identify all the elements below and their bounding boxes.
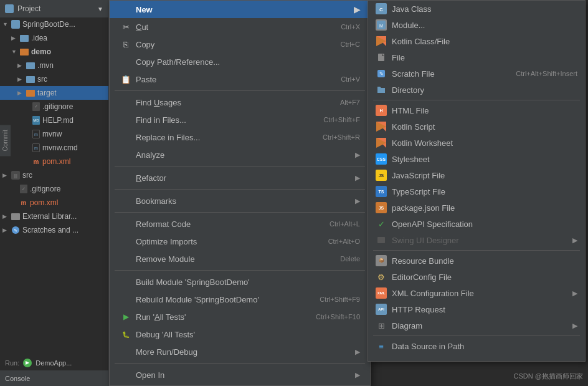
menu-item-find-usages[interactable]: Find Usages Alt+F7 <box>110 94 370 111</box>
sidebar-title: Project <box>17 4 40 13</box>
right-item-module[interactable]: M Module... <box>368 17 585 33</box>
tree-item-src2[interactable]: ▶ ||| src <box>0 168 108 182</box>
java-class-icon: C <box>376 3 387 14</box>
arrow-demo: ▼ <box>11 49 17 55</box>
folder-icon-idea <box>20 35 29 42</box>
xml-config-icon: XML <box>376 287 387 299</box>
right-item-ts-file[interactable]: TS TypeScript File <box>368 183 585 200</box>
refactor-label: Refactor <box>136 173 166 183</box>
menu-item-cut[interactable]: ✂ Cut Ctrl+X <box>110 18 370 36</box>
right-item-scratch-file[interactable]: ✎ Scratch File Ctrl+Alt+Shift+Insert <box>368 65 585 82</box>
tree-item-springbootdemo[interactable]: ▼ SpringBootDe... <box>0 17 108 31</box>
tree-item-target[interactable]: ▶ target <box>0 86 108 100</box>
tree-item-scratches[interactable]: ▶ ✎ Scratches and ... <box>0 223 108 237</box>
right-item-xml-config[interactable]: XML XML Configuration File ▶ <box>368 285 585 301</box>
kotlin-class-label: Kotlin Class/File <box>392 37 450 46</box>
menu-item-optimize[interactable]: Optimize Imports Ctrl+Alt+O <box>110 233 370 250</box>
editorconfig-label: EditorConfig File <box>392 273 452 282</box>
menu-item-paste[interactable]: 📋 Paste Ctrl+V <box>110 70 370 88</box>
js-file-label: JavaScript File <box>392 171 445 180</box>
remove-module-shortcut: Delete <box>340 255 360 263</box>
menu-item-remove-module[interactable]: Remove Module Delete <box>110 250 370 268</box>
tree-label-src2: src <box>22 171 32 180</box>
file-label: File <box>392 53 405 62</box>
run-tests-icon: ▶ <box>120 312 132 321</box>
menu-item-rebuild-module[interactable]: Rebuild Module 'SpringBootDemo' Ctrl+Shi… <box>110 291 370 308</box>
right-item-html[interactable]: H HTML File <box>368 102 585 118</box>
run-bar: Run: ▶ DemoApp... <box>0 355 108 370</box>
file-icon-gitignore2: ✓ <box>20 185 27 193</box>
tree-item-demo[interactable]: ▼ demo <box>0 45 108 59</box>
tree-item-src[interactable]: ▶ src <box>0 72 108 86</box>
run-icon: ▶ <box>23 359 32 367</box>
kotlin-script-label: Kotlin Script <box>392 122 435 132</box>
right-item-openapi[interactable]: ✓ OpenAPI Specification <box>368 216 585 232</box>
find-usages-shortcut: Alt+F7 <box>340 99 360 106</box>
tree-item-mvn[interactable]: ▶ .mvn <box>0 59 108 72</box>
tree-item-gitignore2[interactable]: ▶ ✓ .gitignore <box>0 182 108 196</box>
tree-item-helpmd[interactable]: ▶ MD HELP.md <box>0 113 108 127</box>
debug-tests-label: Debug 'All Tests' <box>136 330 195 339</box>
right-item-swing[interactable]: Swing UI Designer ▶ <box>368 232 585 248</box>
kotlin-class-icon <box>376 36 387 47</box>
file-icon-mvnw: m <box>32 130 40 138</box>
right-item-file[interactable]: File <box>368 49 585 65</box>
menu-item-replace-files[interactable]: Replace in Files... Ctrl+Shift+R <box>110 128 370 146</box>
left-vertical-tab-commit[interactable]: Commit <box>0 125 11 156</box>
right-item-kotlin-script[interactable]: Kotlin Script <box>368 118 585 135</box>
menu-item-copy-path[interactable]: Copy Path/Reference... <box>110 53 370 70</box>
commit-tab-label[interactable]: Commit <box>0 125 11 156</box>
svg-text:✎: ✎ <box>14 228 17 233</box>
menu-item-run-tests[interactable]: ▶ Run 'All Tests' Ctrl+Shift+F10 <box>110 308 370 326</box>
diagram-label: Diagram <box>392 321 422 331</box>
right-item-directory[interactable]: Directory <box>368 82 585 98</box>
menu-item-new[interactable]: New ▶ <box>110 1 370 18</box>
menu-item-refactor[interactable]: Refactor ▶ <box>110 169 370 186</box>
sidebar-arrow[interactable]: ▼ <box>97 6 103 12</box>
menu-item-reformat[interactable]: Reformat Code Ctrl+Alt+L <box>110 215 370 233</box>
svg-rect-16 <box>377 237 385 243</box>
file-icon-pomxml2: m <box>20 198 27 207</box>
arrow-mvn: ▶ <box>17 62 24 69</box>
menu-item-open-in[interactable]: Open In ▶ <box>110 366 370 384</box>
html-icon: H <box>376 105 387 116</box>
right-item-resource-bundle[interactable]: 📦 Resource Bundle <box>368 253 585 269</box>
right-item-diagram[interactable]: ⊞ Diagram ▶ <box>368 317 585 334</box>
right-item-package-json[interactable]: JS package.json File <box>368 200 585 216</box>
right-item-editorconfig[interactable]: ⚙ EditorConfig File <box>368 269 585 285</box>
menu-item-build-module[interactable]: Build Module 'SpringBootDemo' <box>110 273 370 291</box>
right-item-kotlin-worksheet[interactable]: Kotlin Worksheet <box>368 135 585 151</box>
menu-item-analyze[interactable]: Analyze ▶ <box>110 146 370 163</box>
menu-item-find-files[interactable]: Find in Files... Ctrl+Shift+F <box>110 111 370 128</box>
scratch-file-label: Scratch File <box>392 69 435 79</box>
tree-item-gitignore1[interactable]: ▶ ✓ .gitignore <box>0 100 108 113</box>
right-item-kotlin-class[interactable]: Kotlin Class/File <box>368 33 585 49</box>
paste-label: Paste <box>136 75 156 84</box>
tree-item-idea[interactable]: ▶ .idea <box>0 31 108 45</box>
right-item-data-source[interactable]: ≡ Data Source in Path <box>368 338 585 354</box>
right-sep3 <box>373 335 580 336</box>
tree-item-mvnw[interactable]: ▶ m mvnw <box>0 127 108 141</box>
bookmarks-arrow: ▶ <box>355 197 360 205</box>
console-text: Console <box>5 375 30 382</box>
tree-item-mvnwcmd[interactable]: ▶ m mvnw.cmd <box>0 141 108 155</box>
menu-item-more-run[interactable]: More Run/Debug ▶ <box>110 343 370 360</box>
directory-icon <box>376 84 387 95</box>
menu-item-copy[interactable]: ⎘ Copy Ctrl+C <box>110 36 370 53</box>
menu-item-debug-tests[interactable]: 🐛 Debug 'All Tests' <box>110 326 370 343</box>
sep1 <box>115 90 365 91</box>
reformat-shortcut: Ctrl+Alt+L <box>330 220 360 228</box>
sep4 <box>115 212 365 213</box>
menu-item-bookmarks[interactable]: Bookmarks ▶ <box>110 192 370 210</box>
right-item-stylesheet[interactable]: CSS Stylesheet <box>368 151 585 167</box>
folder-icon-src <box>26 76 35 83</box>
tree-item-extlibs[interactable]: ▶ External Librar... <box>0 210 108 223</box>
cut-shortcut: Ctrl+X <box>341 23 360 31</box>
copy-path-label: Copy Path/Reference... <box>136 57 220 67</box>
right-item-java-class[interactable]: C Java Class <box>368 1 585 17</box>
right-item-js-file[interactable]: JS JavaScript File <box>368 167 585 183</box>
tree-item-pomxml2[interactable]: ▶ m pom.xml <box>0 196 108 210</box>
tree-item-pomxml1[interactable]: ▶ m pom.xml <box>0 155 108 168</box>
arrow-idea: ▶ <box>11 35 17 41</box>
right-item-http-request[interactable]: API HTTP Request <box>368 301 585 317</box>
